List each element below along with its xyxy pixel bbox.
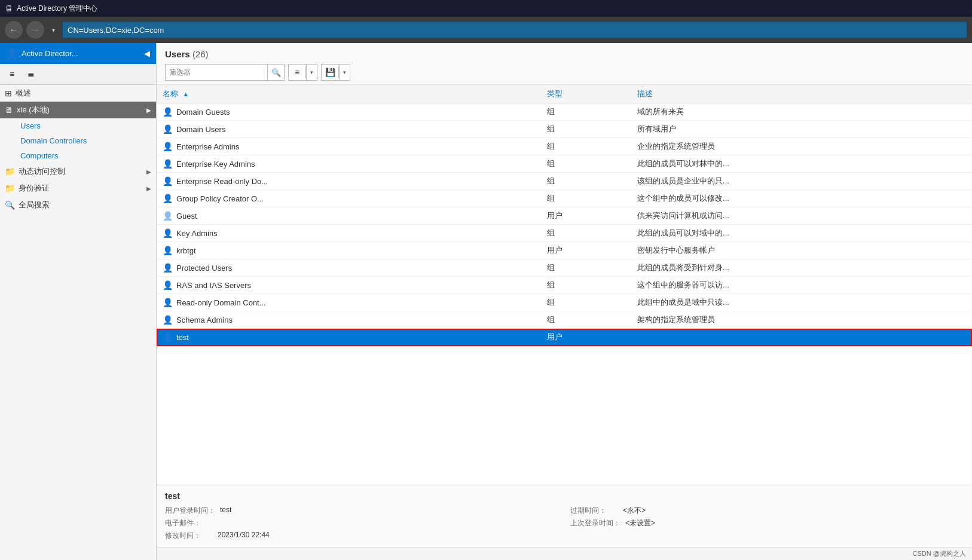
table-row[interactable]: 👤Enterprise Read-only Do...组该组的成员是企业中的只.… (157, 173, 972, 190)
user-icon: 👤 (163, 211, 173, 221)
table-row[interactable]: 👤Domain Guests组域的所有来宾 (157, 103, 972, 121)
title-bar-text: Active Directory 管理中心 (17, 4, 97, 14)
sidebar-item-label: Domain Controllers (20, 136, 151, 145)
user-icon: 👤 (163, 142, 173, 151)
sidebar-header: 👤 Active Director... ◀ (0, 43, 156, 64)
back-button[interactable]: ← (5, 21, 23, 39)
user-icon: 👤 (163, 280, 173, 290)
sidebar-tree-icon[interactable]: ≣ (23, 66, 39, 82)
content-toolbar: 🔍 ≡ ▾ 💾 ▾ (165, 64, 964, 81)
save-view-button[interactable]: 💾 (322, 65, 338, 80)
table-row[interactable]: 👤Read-only Domain Cont...组此组中的成员是域中只读... (157, 294, 972, 311)
filter-search-button[interactable]: 🔍 (267, 65, 284, 80)
user-icon: 👤 (163, 332, 173, 342)
content-area: Users (26) 🔍 ≡ ▾ 💾 (157, 43, 972, 560)
overview-icon: ⊞ (5, 88, 12, 98)
table-row[interactable]: 👤Enterprise Key Admins组此组的成员可以对林中的... (157, 155, 972, 173)
filter-box: 🔍 (165, 64, 285, 81)
list-view-dropdown[interactable]: ▾ (306, 65, 317, 80)
user-icon: 👤 (163, 159, 173, 169)
cell-name: 👤Guest (157, 207, 541, 225)
cell-name: 👤Domain Guests (157, 103, 541, 121)
cell-desc: 域的所有来宾 (631, 103, 972, 121)
sidebar-item-dynamic-access[interactable]: 📁 动态访问控制 ▶ (0, 163, 156, 180)
cell-name: 👤Read-only Domain Cont... (157, 294, 541, 311)
sidebar-item-computers[interactable]: Computers (16, 148, 156, 163)
detail-expiry-value: <永不> (623, 506, 646, 516)
cell-type: 用户 (541, 207, 631, 225)
cell-name: 👤test (157, 329, 541, 346)
table-row[interactable]: 👤Schema Admins组架构的指定系统管理员 (157, 311, 972, 329)
detail-last-login-value: <未设置> (625, 518, 655, 528)
cell-name: 👤krbtgt (157, 242, 541, 259)
sidebar-item-label: 动态访问控制 (19, 166, 146, 177)
user-icon: 👤 (163, 124, 173, 134)
cell-type: 组 (541, 103, 631, 121)
table-body: 👤Domain Guests组域的所有来宾👤Domain Users组所有域用户… (157, 103, 972, 346)
content-count: (26) (192, 49, 209, 59)
table-row[interactable]: 👤Group Policy Creator O...组这个组中的成员可以修改..… (157, 190, 972, 207)
folder-icon: 📁 (5, 167, 15, 176)
table-row[interactable]: 👤test用户 (157, 329, 972, 346)
filter-input[interactable] (166, 65, 267, 80)
cell-name: 👤Key Admins (157, 225, 541, 242)
col-name[interactable]: 名称 ▲ (157, 85, 541, 103)
sidebar-item-label: Users (20, 121, 151, 130)
view-btn-group-1: ≡ ▾ (288, 64, 317, 81)
detail-email: 电子邮件： (165, 518, 558, 528)
content-table-wrap: 名称 ▲ 类型 描述 👤Domain Guests组域的所有来宾👤Domain … (157, 85, 972, 485)
forward-button[interactable]: → (26, 21, 44, 39)
sidebar-item-global-search[interactable]: 🔍 全局搜索 (0, 197, 156, 213)
cell-desc: 架构的指定系统管理员 (631, 311, 972, 329)
table-row[interactable]: 👤RAS and IAS Servers组这个组中的服务器可以访... (157, 277, 972, 294)
bottom-bar-label: CSDN @虎构之人 (913, 549, 966, 558)
sidebar-item-overview[interactable]: ⊞ 概述 (0, 85, 156, 102)
user-icon: 👤 (163, 194, 173, 203)
sidebar-item-xie[interactable]: 🖥 xie (本地) ▶ (0, 102, 156, 118)
sidebar-list-icon[interactable]: ≡ (4, 66, 20, 82)
detail-login-time-value: test (220, 506, 231, 516)
content-title-text: Users (165, 49, 190, 59)
user-icon: 👤 (163, 228, 173, 238)
table-row[interactable]: 👤Guest用户供来宾访问计算机或访问... (157, 207, 972, 225)
address-bar[interactable] (62, 22, 967, 38)
col-type[interactable]: 类型 (541, 85, 631, 103)
xie-icon: 🖥 (5, 105, 13, 115)
cell-type: 组 (541, 155, 631, 173)
cell-name: 👤Enterprise Admins (157, 138, 541, 155)
user-icon: 👤 (163, 176, 173, 186)
table-row[interactable]: 👤Key Admins组此组的成员可以对域中的... (157, 225, 972, 242)
cell-type: 组 (541, 225, 631, 242)
save-view-dropdown[interactable]: ▾ (339, 65, 350, 80)
sidebar-tree: ⊞ 概述 🖥 xie (本地) ▶ Users Domain Controlle… (0, 85, 156, 560)
nav-dropdown-button[interactable]: ▾ (48, 21, 59, 39)
user-icon: 👤 (163, 298, 173, 307)
chevron-right-icon: ▶ (146, 185, 151, 192)
details-grid: 用户登录时间： test 过期时间： <永不> 电子邮件： 上次登录时间： <未… (165, 506, 964, 541)
list-view-button[interactable]: ≡ (289, 65, 305, 80)
table-row[interactable]: 👤Enterprise Admins组企业的指定系统管理员 (157, 138, 972, 155)
cell-type: 组 (541, 259, 631, 277)
cell-desc: 该组的成员是企业中的只... (631, 173, 972, 190)
table-header-row: 名称 ▲ 类型 描述 (157, 85, 972, 103)
sidebar-item-domain-controllers[interactable]: Domain Controllers (16, 133, 156, 148)
sidebar-item-users[interactable]: Users (16, 118, 156, 133)
col-desc[interactable]: 描述 (631, 85, 972, 103)
details-name: test (165, 491, 964, 501)
cell-name: 👤Enterprise Key Admins (157, 155, 541, 173)
cell-type: 组 (541, 173, 631, 190)
cell-type: 组 (541, 294, 631, 311)
table-row[interactable]: 👤krbtgt用户密钥发行中心服务帐户 (157, 242, 972, 259)
sidebar-header-title: Active Director... (22, 49, 78, 58)
detail-modify-time-value: 2023/1/30 22:44 (218, 531, 270, 541)
sidebar-item-auth[interactable]: 📁 身份验证 ▶ (0, 180, 156, 197)
table-row[interactable]: 👤Protected Users组此组的成员将受到针对身... (157, 259, 972, 277)
title-bar: 🖥 Active Directory 管理中心 (0, 0, 972, 17)
table-row[interactable]: 👤Domain Users组所有域用户 (157, 121, 972, 138)
cell-name: 👤Protected Users (157, 259, 541, 277)
cell-name: 👤Group Policy Creator O... (157, 190, 541, 207)
cell-desc: 此组的成员可以对域中的... (631, 225, 972, 242)
cell-desc: 供来宾访问计算机或访问... (631, 207, 972, 225)
detail-expiry: 过期时间： <永不> (570, 506, 964, 516)
sidebar-collapse-button[interactable]: ◀ (144, 49, 150, 58)
